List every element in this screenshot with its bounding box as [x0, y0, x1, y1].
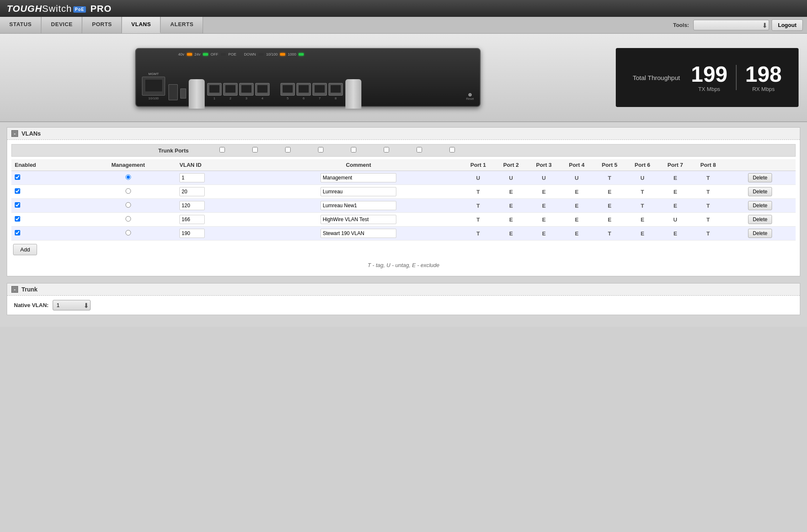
tab-vlans[interactable]: VLANS: [122, 17, 161, 33]
trunk-toggle[interactable]: -: [11, 286, 18, 293]
native-vlan-select[interactable]: 1 20 120 166 190: [53, 300, 91, 310]
comment-input-1[interactable]: [321, 187, 396, 196]
port-3-row-0: U: [527, 171, 560, 185]
enabled-checkbox-2[interactable]: [15, 202, 20, 208]
trunk-section-header: - Trunk: [7, 283, 800, 296]
port-4-row-2: E: [560, 199, 593, 213]
comment-input-0[interactable]: [321, 173, 396, 182]
delete-button-0[interactable]: Delete: [748, 173, 772, 182]
trunk-cb-port5: [337, 147, 370, 154]
trunk-checkbox-port6[interactable]: [384, 147, 389, 152]
delete-button-3[interactable]: Delete: [748, 215, 772, 224]
vlan-id-input-3[interactable]: [179, 215, 205, 224]
port-7-row-2: E: [659, 199, 692, 213]
tx-unit: TX Mbps: [698, 86, 720, 92]
th-comment: Comment: [255, 159, 462, 171]
enabled-checkbox-4[interactable]: [15, 230, 20, 235]
table-header-row: Enabled Management VLAN ID Comment Port …: [11, 159, 796, 171]
led-10-100: [280, 53, 285, 56]
th-vlanid: VLAN ID: [176, 159, 255, 171]
tab-status[interactable]: STATUS: [0, 17, 41, 33]
trunk-checkbox-port3[interactable]: [285, 147, 291, 152]
comment-input-2[interactable]: [321, 201, 396, 210]
port-8-row-0: T: [692, 171, 724, 185]
logo-pro: PRO: [90, 3, 112, 14]
trunk-checkbox-port8[interactable]: [449, 147, 455, 152]
port-5-row-2: E: [593, 199, 626, 213]
th-port1: Port 1: [462, 159, 494, 171]
vlan-id-input-4[interactable]: [179, 229, 205, 238]
add-vlan-button[interactable]: Add: [13, 244, 37, 255]
trunk-checkbox-port7[interactable]: [417, 147, 422, 152]
tools-select[interactable]: [693, 20, 769, 30]
trunk-section-title: Trunk: [21, 286, 37, 293]
trunk-checkbox-port2[interactable]: [252, 147, 258, 152]
vlan-id-input-1[interactable]: [179, 187, 205, 196]
logout-button[interactable]: Logout: [772, 19, 803, 31]
port-6-row-1: T: [626, 185, 659, 199]
rx-value: 198: [745, 63, 782, 85]
vlan-id-input-2[interactable]: [179, 201, 205, 210]
native-vlan-label: Native VLAN:: [14, 302, 48, 308]
main-content: - VLANs Trunk Ports: [0, 122, 807, 327]
port-5-row-3: E: [593, 213, 626, 227]
th-port4: Port 4: [560, 159, 593, 171]
led-off: [221, 53, 226, 56]
connector: [180, 88, 186, 99]
vlan-table-body: UUUUTUETDeleteTEEEETETDeleteTEEEETETDele…: [11, 171, 796, 241]
th-port7: Port 7: [659, 159, 692, 171]
vlan-table: Enabled Management VLAN ID Comment Port …: [11, 159, 796, 241]
port-5-row-0: T: [593, 171, 626, 185]
delete-button-1[interactable]: Delete: [748, 187, 772, 196]
tab-ports[interactable]: PORTS: [82, 17, 121, 33]
cable-right: [345, 79, 361, 109]
port-2-row-2: E: [494, 199, 527, 213]
trunk-checkbox-port1[interactable]: [219, 147, 225, 152]
management-radio-1[interactable]: [126, 188, 131, 194]
enabled-checkbox-3[interactable]: [15, 216, 20, 222]
port-1-row-4: T: [462, 227, 494, 241]
delete-button-4[interactable]: Delete: [748, 229, 772, 238]
tx-value: 199: [691, 63, 727, 85]
trunk-checkbox-port4[interactable]: [318, 147, 323, 152]
port-7-row-4: E: [659, 227, 692, 241]
th-port3: Port 3: [527, 159, 560, 171]
management-radio-3[interactable]: [126, 216, 131, 222]
management-radio-2[interactable]: [126, 202, 131, 208]
management-radio-0[interactable]: [126, 174, 131, 180]
enabled-checkbox-0[interactable]: [15, 174, 20, 180]
management-radio-4[interactable]: [126, 230, 131, 235]
nav-right: Tools: ⬇ Logout: [669, 17, 807, 33]
delete-button-2[interactable]: Delete: [748, 201, 772, 210]
tab-alerts[interactable]: ALERTS: [160, 17, 203, 33]
port-1-row-3: T: [462, 213, 494, 227]
throughput-label: Total Throughput: [633, 74, 680, 81]
trunk-cb-port2: [238, 147, 271, 154]
tab-device[interactable]: DEVICE: [41, 17, 82, 33]
port-2-row-0: U: [494, 171, 527, 185]
trunk-checkbox-port5[interactable]: [351, 147, 356, 152]
port-1-row-1: T: [462, 185, 494, 199]
vlan-id-input-0[interactable]: [179, 173, 205, 182]
th-management: Management: [80, 159, 176, 171]
tx-stats: 199 TX Mbps: [691, 63, 727, 92]
port-7-row-0: E: [659, 171, 692, 185]
trunk-ports-label: Trunk Ports: [12, 147, 197, 154]
switch-device: 40v 24v OFF POE DOWN 10/100 1000 MGMT: [135, 48, 481, 107]
trunk-cb-port6: [370, 147, 403, 154]
th-port5: Port 5: [593, 159, 626, 171]
logo: TOUGHSwitchPoE PRO: [7, 3, 112, 14]
device-image-area: 40v 24v OFF POE DOWN 10/100 1000 MGMT: [0, 44, 616, 111]
port-8-row-2: T: [692, 199, 724, 213]
comment-input-3[interactable]: [321, 215, 396, 224]
native-vlan-select-wrapper: 1 20 120 166 190 ⬇: [53, 300, 91, 310]
port-2-row-1: E: [494, 185, 527, 199]
logo-switch: Switch: [42, 3, 72, 14]
enabled-checkbox-1[interactable]: [15, 188, 20, 194]
vlans-toggle[interactable]: -: [11, 130, 18, 137]
trunk-cb-port3: [271, 147, 304, 154]
port-2-row-4: E: [494, 227, 527, 241]
comment-input-4[interactable]: [321, 229, 396, 238]
cable-left: [189, 79, 205, 109]
tools-select-wrapper: ⬇: [693, 20, 769, 30]
